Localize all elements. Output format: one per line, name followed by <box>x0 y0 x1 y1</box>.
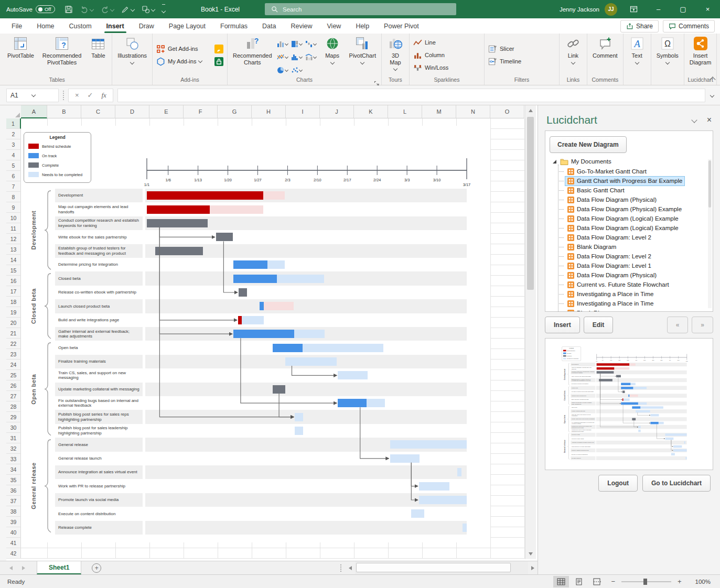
row-header-36[interactable]: 36 <box>6 485 21 496</box>
row-header-20[interactable]: 20 <box>6 318 21 328</box>
tree-expand-icon[interactable] <box>553 160 556 164</box>
ribbon-button-timeline[interactable]: Timeline <box>486 55 557 68</box>
column-header-h[interactable]: H <box>252 105 286 118</box>
zoom-slider-thumb[interactable] <box>643 579 647 585</box>
document-item[interactable]: Investigating a Place in Time <box>545 289 713 299</box>
ribbon-button-waterfall[interactable] <box>305 37 319 50</box>
vertical-scrollbar[interactable] <box>525 105 536 559</box>
ribbon-tab-data[interactable]: Data <box>255 18 283 34</box>
document-item[interactable]: Data Flow Diagram (Physical) <box>545 270 713 280</box>
scroll-left-icon[interactable] <box>346 561 355 574</box>
row-header-2[interactable]: 2 <box>6 129 21 139</box>
ribbon-display-options-icon[interactable] <box>621 0 646 18</box>
row-header-27[interactable]: 27 <box>6 391 21 401</box>
zoom-level[interactable]: 100% <box>695 579 711 585</box>
row-header-28[interactable]: 28 <box>6 401 21 412</box>
row-header-40[interactable]: 40 <box>6 527 21 538</box>
row-header-4[interactable]: 4 <box>6 150 21 160</box>
document-item[interactable]: Data Flow Diagram (Physical) Example <box>545 204 713 214</box>
ribbon-button-maps[interactable]: Maps <box>320 35 345 74</box>
ribbon-button-symbols[interactable]: ΩSymbols <box>653 35 682 74</box>
column-header-o[interactable]: O <box>490 105 524 118</box>
ribbon-tab-home[interactable]: Home <box>29 18 61 34</box>
row-header-12[interactable]: 12 <box>6 234 21 244</box>
normal-view-icon[interactable] <box>553 576 569 587</box>
row-header-24[interactable]: 24 <box>6 360 21 370</box>
zoom-out-icon[interactable]: − <box>607 578 619 585</box>
vertical-scroll-thumb[interactable] <box>527 117 534 290</box>
ribbon-button-column[interactable]: Column <box>411 49 482 61</box>
horizontal-scroll-thumb[interactable] <box>356 563 511 572</box>
row-header-26[interactable]: 26 <box>6 380 21 391</box>
document-item[interactable]: Current vs. Future State Flowchart <box>545 280 713 289</box>
autosave-toggle[interactable]: Off <box>36 5 56 13</box>
ribbon-button-win-loss[interactable]: Win/Loss <box>411 61 482 74</box>
column-header-g[interactable]: G <box>218 105 252 118</box>
row-header-25[interactable]: 25 <box>6 370 21 380</box>
ribbon-button-slicer[interactable]: Slicer <box>486 42 557 55</box>
next-sheet-icon[interactable] <box>22 566 25 570</box>
zoom-in-icon[interactable]: + <box>673 578 686 585</box>
row-header-32[interactable]: 32 <box>6 443 21 454</box>
select-all-corner[interactable] <box>6 105 22 119</box>
ribbon-button-treemap[interactable] <box>291 37 305 50</box>
scroll-right-icon[interactable] <box>528 561 538 574</box>
column-header-k[interactable]: K <box>354 105 388 118</box>
goto-lucidchart-button[interactable]: Go to Lucidchart <box>642 475 711 492</box>
row-header-6[interactable]: 6 <box>6 171 21 181</box>
row-header-34[interactable]: 34 <box>6 464 21 475</box>
row-header-30[interactable]: 30 <box>6 422 21 433</box>
panel-close-icon[interactable]: × <box>707 117 712 123</box>
row-header-9[interactable]: 9 <box>6 202 21 213</box>
row-header-14[interactable]: 14 <box>6 255 21 265</box>
close-button[interactable]: × <box>695 0 720 18</box>
redo-button[interactable] <box>101 5 114 14</box>
row-header-22[interactable]: 22 <box>6 339 21 349</box>
column-header-a[interactable]: A <box>21 105 47 118</box>
ribbon-button-insert-diagram[interactable]: InsertDiagram <box>686 35 715 74</box>
ribbon-button-line[interactable]: Line <box>411 36 482 49</box>
ribbon-button-combo[interactable] <box>305 50 319 63</box>
prev-page-button[interactable]: « <box>667 317 689 333</box>
column-header-i[interactable]: I <box>286 105 320 118</box>
shapes-chevron-icon[interactable] <box>151 7 155 11</box>
document-item[interactable]: Data Flow Diagram (Physical) <box>545 195 713 204</box>
row-header-16[interactable]: 16 <box>6 276 21 286</box>
column-header-b[interactable]: B <box>47 105 81 118</box>
avatar[interactable]: JJ <box>605 3 617 16</box>
undo-chevron-icon[interactable] <box>90 7 94 11</box>
ribbon-button-comment[interactable]: Comment <box>589 35 621 74</box>
draw-touch-button[interactable] <box>121 5 134 14</box>
ribbon-button-pivotchart[interactable]: PivotChart <box>346 35 380 74</box>
ribbon-button-pivottable[interactable]: PivotTable <box>4 35 38 74</box>
namebox-chevron-icon[interactable] <box>31 92 35 96</box>
sheet-tab-sheet1[interactable]: Sheet1 <box>37 561 81 574</box>
document-item[interactable]: Data Flow Diagram: Level 1 <box>545 261 713 270</box>
ribbon-tab-formulas[interactable]: Formulas <box>213 18 255 34</box>
shapes-button[interactable] <box>142 5 155 14</box>
column-header-l[interactable]: L <box>388 105 422 118</box>
row-header-8[interactable]: 8 <box>6 192 21 202</box>
horizontal-scrollbar[interactable] <box>336 561 538 574</box>
document-item[interactable]: Blank Diagram <box>545 308 713 312</box>
ribbon-button-linexy[interactable] <box>277 50 291 63</box>
minimize-button[interactable]: – <box>646 0 671 18</box>
logout-button[interactable]: Logout <box>598 475 638 492</box>
save-icon[interactable] <box>65 5 73 14</box>
name-box[interactable]: A1 <box>6 89 59 102</box>
share-button[interactable]: Share <box>620 20 659 32</box>
document-item[interactable]: Data Flow Diagram: Level 2 <box>545 252 713 261</box>
row-header-10[interactable]: 10 <box>6 213 21 223</box>
dialog-launcher-icon[interactable] <box>374 79 379 84</box>
comments-button[interactable]: Comments <box>663 20 715 32</box>
ribbon-button-3d-map[interactable]: 3DMap <box>383 35 407 74</box>
ribbon-button-histogram[interactable] <box>291 50 305 63</box>
ribbon-tab-page-layout[interactable]: Page Layout <box>162 18 213 34</box>
row-header-39[interactable]: 39 <box>6 517 21 527</box>
ribbon-tab-draw[interactable]: Draw <box>132 18 162 34</box>
insert-button[interactable]: Insert <box>545 317 580 333</box>
redo-chevron-icon[interactable] <box>110 7 114 11</box>
document-item[interactable]: Go-To-Market Gantt Chart <box>545 167 713 176</box>
ribbon-button-pie[interactable] <box>277 63 291 77</box>
insert-function-icon[interactable]: fx <box>102 91 106 100</box>
